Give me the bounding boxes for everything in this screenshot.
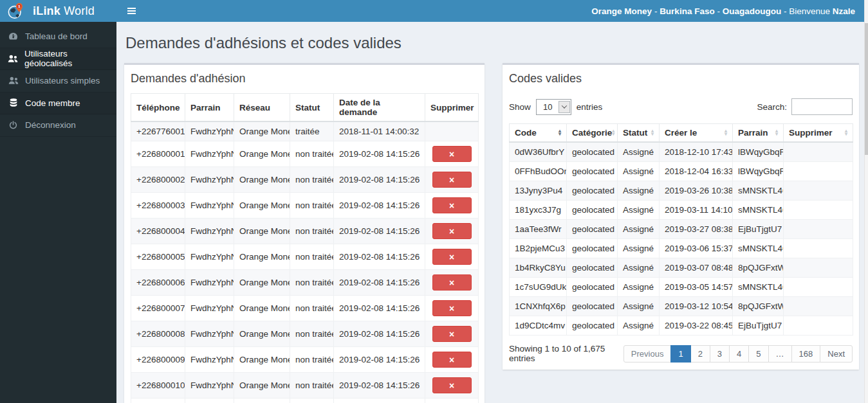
pagination-page-2[interactable]: 2 [690,345,710,363]
table-row: 1d9CDtc4mvgeolocatedAssigné2019-03-22 08… [510,316,853,336]
table-row: 1b4RkyC8YugeolocatedAssigné2019-03-07 08… [510,258,853,278]
sidebar-item-tableau-de-bord[interactable]: Tableau de bord [0,26,116,48]
table-info: Showing 1 to 10 of 1,675 entries [509,344,623,363]
sort-icon: ▴▾ [559,130,561,136]
scrollbar-thumb[interactable] [865,23,868,155]
codes-panel: Codes valides Show 10 entries Searc [503,63,859,370]
sidebar-item-label: Utilisateurs simples [25,76,100,85]
delete-button[interactable]: × [432,274,472,291]
table-row: 1CNXhfqX6pgeolocatedAssigné2019-03-12 10… [510,297,853,316]
delete-button[interactable]: × [432,352,472,368]
pagination-page-3[interactable]: 3 [710,345,730,363]
table-row: 181yxc3J7ggeolocatedAssigné2019-03-11 14… [510,201,853,220]
brand-name: iLink World [33,4,95,18]
table-row: +226800004FwdhzYphN9Orange Moneynon trai… [131,219,479,244]
pagination-page-1[interactable]: 1 [670,345,690,363]
codes-table: Code▴▾ Catégorie▴▾ Statut▴▾ Créer le▴▾ P… [509,123,853,336]
show-label: Show [509,102,531,112]
chevron-down-icon [559,101,570,113]
user-context-text: Orange Money - Burkina Faso - Ouagadougo… [591,6,855,16]
column-header-categorie[interactable]: Catégorie▴▾ [567,124,618,143]
table-row: 1c7sUG9dUkgeolocatedAssigné2019-03-05 14… [510,278,853,297]
table-row: +226800002FwdhzYphN9Orange Moneynon trai… [131,167,479,193]
delete-button[interactable]: × [432,223,472,239]
column-header-parrain[interactable]: Parrain▴▾ [733,124,784,143]
sort-icon: ▴▾ [612,130,614,136]
search-label: Search: [757,102,787,112]
sidebar-item-label: Tableau de bord [25,31,88,41]
sort-icon: ▴▾ [775,130,778,136]
sort-icon: ▴▾ [845,130,847,136]
top-navbar: Orange Money - Burkina Faso - Ouagadougo… [116,0,864,22]
hamburger-icon [127,8,136,9]
delete-button[interactable]: × [432,326,472,342]
globe-pin-icon: $ [7,2,24,20]
x-cross-icon: × [449,330,454,339]
table-row: 1B2pjeMCu3geolocatedAssigné2019-03-06 15… [510,239,853,258]
power-icon [8,121,19,129]
adhesions-panel: Demandes d'adhésion Téléphone Parrain Ré… [124,63,485,403]
delete-button[interactable]: × [432,197,472,213]
sort-icon: ▴▾ [651,130,654,136]
x-cross-icon: × [449,355,454,364]
brand-logo[interactable]: $ iLink World [0,0,116,22]
delete-button[interactable]: × [432,300,472,316]
sidebar-item-utilisateurs-geolocalises[interactable]: Utilisateurs géolocalisés [0,48,116,71]
main-content: Demandes d'adhésions et codes valides De… [116,22,864,403]
table-row: +226800006FwdhzYphN9Orange Moneynon trai… [131,270,479,296]
search-control: Search: [757,98,853,115]
delete-button[interactable]: × [432,377,472,393]
x-cross-icon: × [449,253,454,262]
table-row: 0dW36UfbrYgeolocatedAssigné2018-12-10 17… [510,142,853,162]
table-row: 1aaTee3fWrgeolocatedAssigné2019-03-27 08… [510,220,853,239]
x-cross-icon: × [449,227,454,236]
sidebar-item-deconnexion[interactable]: Déconnexion [0,114,116,137]
codes-panel-title: Codes valides [503,65,859,91]
sidebar-item-code-membre[interactable]: Code membre [0,93,116,115]
table-row: +226800007FwdhzYphN9Orange Moneynon trai… [131,296,479,321]
pagination-page-4[interactable]: 4 [729,345,749,363]
pagination-ellipsis: … [768,345,792,363]
table-row: 0FFhBudOOmgeolocatedAssigné2018-12-04 16… [510,162,853,181]
page-length-select[interactable]: 10 [536,99,571,115]
delete-button[interactable]: × [432,249,472,265]
adhesions-panel-title: Demandes d'adhésion [124,65,485,91]
column-header-supprimer[interactable]: Supprimer▴▾ [784,124,853,143]
page-length-control: Show 10 entries [509,99,602,115]
column-header-statut[interactable]: Statut▴▾ [618,124,660,143]
sidebar-item-label: Utilisateurs géolocalisés [24,49,109,68]
delete-button[interactable]: × [432,146,472,162]
database-icon [8,98,19,107]
delete-button[interactable]: × [432,172,472,188]
x-cross-icon: × [449,304,454,313]
adhesions-table: Téléphone Parrain Réseau Statut Date de … [131,93,479,403]
x-cross-icon: × [449,150,454,159]
users-icon [8,55,18,63]
pagination-page-5[interactable]: 5 [748,345,768,363]
table-row: +22677600139FwdhzYphN9Orange Moneytraité… [131,121,479,141]
page-length-value: 10 [537,102,559,112]
sidebar-toggle-button[interactable] [125,4,138,17]
page-title: Demandes d'adhésions et codes valides [125,34,856,52]
entries-label: entries [577,102,603,112]
search-input[interactable] [791,98,853,115]
table-row: +226800005FwdhzYphN9Orange Moneynon trai… [131,244,479,270]
sidebar-item-label: Code membre [25,98,80,108]
codes-header-row: Code▴▾ Catégorie▴▾ Statut▴▾ Créer le▴▾ P… [510,124,853,143]
column-header-code[interactable]: Code▴▾ [510,124,567,143]
table-row: +226800010FwdhzYphN9Orange Moneynon trai… [131,373,479,399]
pagination-next-button[interactable]: Next [820,345,853,363]
table-row: +226800001FwdhzYphN9Orange Moneynon trai… [131,141,479,167]
users-icon [8,76,19,85]
column-header-date: Date de la demande [334,94,425,122]
sidebar-item-utilisateurs-simples[interactable]: Utilisateurs simples [0,70,116,93]
x-cross-icon: × [449,278,454,287]
column-header-supprimer: Supprimer [425,94,479,122]
table-row: +226800330FwdhzYphN9Orange Moneynon trai… [131,399,479,403]
column-header-creer-le[interactable]: Créer le▴▾ [660,124,733,143]
table-row: +226800003FwdhzYphN9Orange Moneynon trai… [131,193,479,219]
column-header-reseau: Réseau [234,94,290,122]
pagination-page-168[interactable]: 168 [791,345,821,363]
pagination-previous-button[interactable]: Previous [623,345,672,363]
column-header-telephone: Téléphone [131,94,185,122]
